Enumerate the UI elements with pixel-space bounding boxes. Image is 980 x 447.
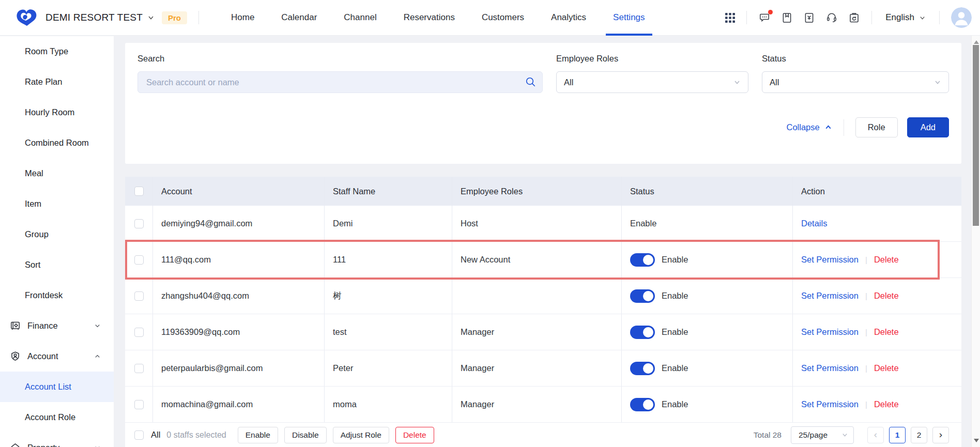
headset-icon[interactable] (825, 11, 838, 24)
avatar[interactable] (951, 7, 972, 28)
row-checkbox[interactable] (134, 364, 144, 373)
language-selector[interactable]: English (885, 12, 926, 23)
sidebar-item-account[interactable]: Account (0, 341, 114, 372)
settings-sidebar: Room Type Rate Plan Hourly Room Combined… (0, 36, 114, 447)
sidebar-item-rate-plan[interactable]: Rate Plan (0, 67, 114, 97)
delete-link[interactable]: Delete (874, 291, 899, 301)
status-toggle[interactable] (630, 289, 655, 303)
sidebar-item-account-list[interactable]: Account List (0, 372, 114, 402)
column-header-account: Account (153, 177, 325, 206)
row-checkbox[interactable] (134, 219, 144, 228)
status-toggle[interactable] (630, 253, 655, 267)
page-button-2[interactable]: 2 (911, 427, 927, 443)
column-header-staff-name: Staff Name (325, 177, 452, 206)
set-permission-link[interactable]: Set Permission (801, 255, 859, 265)
sidebar-item-frontdesk[interactable]: Frontdesk (0, 280, 114, 311)
divider (844, 119, 844, 136)
chevron-up-icon (94, 352, 101, 360)
row-checkbox[interactable] (134, 400, 144, 409)
nav-calendar[interactable]: Calendar (268, 0, 330, 36)
invoice-icon[interactable] (803, 12, 815, 24)
role-button[interactable]: Role (855, 117, 898, 137)
selected-count: 0 staffs selected (166, 430, 226, 440)
table-row: peterpaularbis@gmail.com Peter Manager E… (125, 350, 961, 387)
property-name: DEMI RESORT TEST (45, 12, 143, 23)
apps-grid-icon[interactable] (725, 13, 735, 23)
employee-roles-select[interactable]: All (556, 71, 748, 93)
status-toggle[interactable] (630, 362, 655, 375)
sidebar-item-room-type[interactable]: Room Type (0, 36, 114, 67)
next-page-button[interactable]: › (932, 427, 949, 443)
topbar-tools: English (725, 7, 972, 28)
status-select[interactable]: All (762, 71, 949, 93)
bulk-delete-button[interactable]: Delete (395, 427, 434, 443)
language-label: English (885, 12, 914, 23)
details-link[interactable]: Details (801, 219, 827, 228)
divider: | (865, 328, 867, 336)
chevron-right-icon: › (939, 429, 942, 440)
status-cell: Enable (662, 327, 688, 337)
sidebar-item-sort[interactable]: Sort (0, 250, 114, 280)
bulk-enable-button[interactable]: Enable (238, 427, 278, 443)
prev-page-button[interactable]: ‹ (867, 427, 884, 443)
message-icon[interactable] (758, 11, 771, 24)
status-toggle[interactable] (630, 398, 655, 411)
sidebar-item-finance[interactable]: Finance (0, 311, 114, 341)
bookmark-icon[interactable] (781, 12, 793, 24)
staff-name-cell: 树 (333, 290, 342, 302)
nav-analytics[interactable]: Analytics (538, 0, 600, 36)
top-navigation-bar: DEMI RESORT TEST Pro Home Calendar Chann… (0, 0, 980, 36)
page-button-1[interactable]: 1 (889, 427, 906, 443)
nav-settings[interactable]: Settings (600, 0, 658, 36)
nav-channel[interactable]: Channel (330, 0, 390, 36)
scrollbar-up-arrow[interactable] (974, 38, 979, 44)
property-selector[interactable]: DEMI RESORT TEST (45, 12, 155, 23)
set-permission-link[interactable]: Set Permission (801, 363, 859, 373)
select-all-checkbox[interactable] (134, 187, 144, 196)
nav-home[interactable]: Home (218, 0, 268, 36)
search-icon[interactable] (525, 76, 536, 89)
column-header-status: Status (622, 177, 793, 206)
account-list-page: Search Employee Roles All Status A (114, 36, 971, 447)
footer-select-all-checkbox[interactable] (134, 430, 144, 440)
nav-customers[interactable]: Customers (468, 0, 538, 36)
delete-link[interactable]: Delete (874, 363, 899, 373)
status-cell: Enable (662, 255, 688, 265)
row-checkbox[interactable] (134, 255, 144, 265)
vertical-scrollbar (971, 36, 980, 447)
row-checkbox[interactable] (134, 291, 144, 301)
sidebar-item-combined-room[interactable]: Combined Room (0, 128, 114, 158)
bulk-disable-button[interactable]: Disable (284, 427, 327, 443)
delete-link[interactable]: Delete (874, 255, 899, 265)
collapse-link[interactable]: Collapse (786, 122, 832, 132)
chevron-down-icon (919, 14, 926, 21)
set-permission-link[interactable]: Set Permission (801, 399, 859, 409)
page-size-select[interactable]: 25/page (791, 426, 854, 444)
account-cell: demiying94@gmail.com (161, 219, 252, 228)
scrollbar-down-arrow[interactable] (974, 439, 979, 445)
bulk-adjust-role-button[interactable]: Adjust Role (333, 427, 389, 443)
sidebar-item-hourly-room[interactable]: Hourly Room (0, 97, 114, 128)
account-cell: zhangshu404@qq.com (161, 291, 249, 301)
add-button[interactable]: Add (907, 117, 949, 137)
sidebar-item-meal[interactable]: Meal (0, 158, 114, 189)
status-filter-label: Status (762, 54, 949, 64)
search-input[interactable] (137, 71, 543, 93)
row-checkbox[interactable] (134, 328, 144, 337)
sidebar-item-property[interactable]: Property (0, 433, 114, 447)
page-size-value: 25/page (799, 430, 828, 440)
sidebar-item-item[interactable]: Item (0, 189, 114, 219)
clipboard-icon[interactable] (848, 12, 860, 24)
nav-reservations[interactable]: Reservations (390, 0, 468, 36)
sidebar-item-group[interactable]: Group (0, 219, 114, 250)
sidebar-item-account-role[interactable]: Account Role (0, 402, 114, 433)
pro-badge: Pro (162, 11, 187, 24)
delete-link[interactable]: Delete (874, 399, 899, 409)
divider (871, 11, 872, 24)
status-toggle[interactable] (630, 326, 655, 339)
set-permission-link[interactable]: Set Permission (801, 327, 859, 337)
table-footer: All 0 staffs selected Enable Disable Adj… (125, 423, 961, 447)
delete-link[interactable]: Delete (874, 327, 899, 337)
set-permission-link[interactable]: Set Permission (801, 291, 859, 301)
scrollbar-thumb[interactable] (973, 45, 979, 226)
